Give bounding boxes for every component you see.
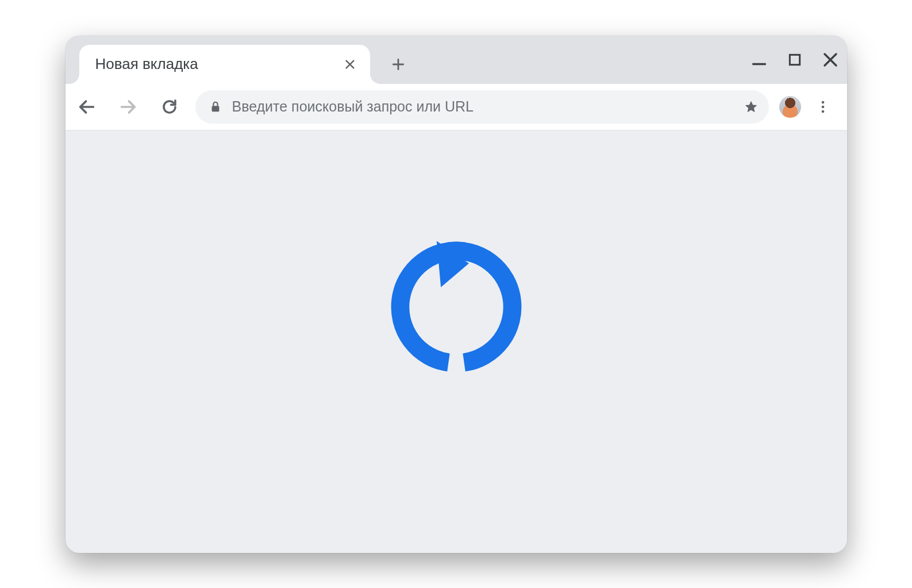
tab-strip: Новая вкладка bbox=[66, 36, 847, 84]
lock-icon bbox=[209, 101, 222, 113]
address-bar-placeholder: Введите поисковый запрос или URL bbox=[232, 98, 733, 115]
new-tab-button[interactable] bbox=[391, 57, 406, 72]
tab-title: Новая вкладка bbox=[95, 55, 198, 73]
page-content bbox=[66, 130, 847, 553]
browser-window: Новая вкладка bbox=[66, 36, 847, 553]
address-bar[interactable]: Введите поисковый запрос или URL bbox=[195, 90, 769, 124]
minimize-button[interactable] bbox=[751, 51, 768, 68]
close-tab-icon[interactable] bbox=[344, 58, 356, 71]
svg-point-4 bbox=[821, 110, 824, 113]
forward-button[interactable] bbox=[113, 91, 144, 122]
svg-point-2 bbox=[821, 101, 824, 103]
window-controls bbox=[751, 36, 839, 84]
toolbar: Введите поисковый запрос или URL bbox=[66, 84, 847, 130]
reload-button[interactable] bbox=[154, 91, 185, 122]
tab-new[interactable]: Новая вкладка bbox=[79, 45, 370, 84]
maximize-button[interactable] bbox=[787, 52, 802, 67]
svg-rect-0 bbox=[790, 55, 799, 64]
close-window-button[interactable] bbox=[822, 51, 839, 68]
back-button[interactable] bbox=[71, 91, 102, 122]
svg-point-3 bbox=[821, 105, 824, 108]
loading-arrow-icon bbox=[386, 237, 526, 377]
profile-avatar[interactable] bbox=[779, 96, 801, 118]
browser-menu-button[interactable] bbox=[811, 91, 834, 122]
bookmark-star-icon[interactable] bbox=[744, 99, 759, 114]
loading-indicator bbox=[386, 237, 526, 377]
svg-rect-1 bbox=[211, 106, 219, 112]
